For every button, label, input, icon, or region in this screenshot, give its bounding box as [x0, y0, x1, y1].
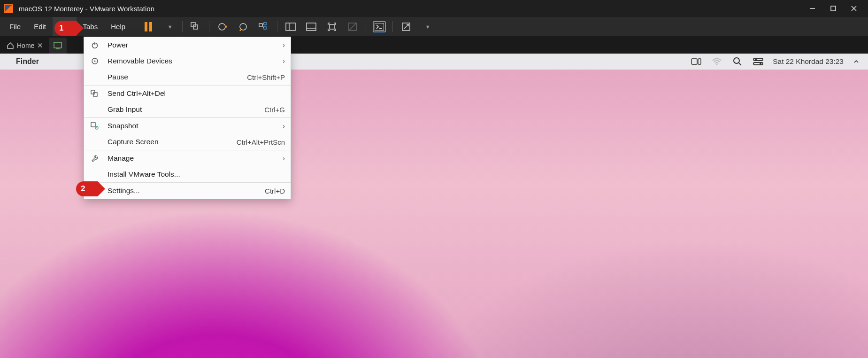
menu-item-shortcut: Ctrl+G — [264, 106, 285, 114]
scroll-up-icon[interactable] — [852, 59, 860, 64]
stretch-dropdown-button[interactable]: ▼ — [416, 19, 437, 35]
menu-manage[interactable]: Manage › — [84, 150, 291, 166]
menu-send-cad[interactable]: Send Ctrl+Alt+Del — [84, 86, 291, 101]
vm-tab-icon — [54, 42, 62, 49]
pause-vm-button[interactable] — [138, 19, 159, 35]
menu-item-label: Capture Screen — [108, 138, 229, 146]
fullscreen-icon[interactable] — [322, 19, 342, 35]
close-icon[interactable]: ✕ — [37, 41, 43, 50]
tab-label: Home — [17, 42, 34, 49]
menu-removable-devices[interactable]: Removable Devices › — [84, 53, 291, 69]
menu-capture-screen[interactable]: Capture Screen Ctrl+Alt+PrtScn — [84, 134, 291, 150]
menu-item-shortcut: Ctrl+Shift+P — [247, 73, 285, 81]
svg-marker-10 — [239, 30, 241, 31]
callout-number: 1 — [59, 23, 63, 33]
toolbar-separator — [209, 21, 209, 32]
maximize-button[interactable] — [823, 1, 844, 16]
menu-grab-input[interactable]: Grab Input Ctrl+G — [84, 101, 291, 117]
menu-edit[interactable]: Edit — [27, 17, 53, 36]
chevron-down-icon: ▼ — [168, 24, 173, 30]
snapshot-manager-button[interactable] — [253, 19, 274, 35]
send-cad-button[interactable] — [185, 19, 206, 35]
control-center-icon[interactable] — [752, 58, 764, 65]
view-side-icon[interactable] — [280, 19, 301, 35]
svg-rect-11 — [259, 23, 262, 27]
svg-rect-29 — [691, 59, 697, 64]
tab-vm[interactable] — [49, 38, 67, 54]
snapshot-revert-button[interactable] — [233, 19, 253, 35]
svg-rect-42 — [91, 90, 95, 94]
svg-rect-1 — [831, 6, 836, 11]
svg-rect-27 — [54, 42, 61, 48]
svg-rect-43 — [93, 93, 97, 96]
svg-point-37 — [760, 63, 761, 65]
toolbar-separator — [366, 21, 366, 32]
menu-power[interactable]: Power › — [84, 37, 291, 53]
svg-line-22 — [349, 23, 356, 31]
svg-rect-44 — [91, 123, 95, 127]
svg-point-6 — [219, 23, 225, 30]
wifi-icon[interactable] — [711, 57, 723, 66]
menu-label: Edit — [34, 23, 46, 31]
vmware-app-icon — [4, 4, 13, 13]
menu-item-label: Pause — [108, 73, 239, 81]
spotlight-icon[interactable] — [731, 57, 744, 66]
svg-point-9 — [240, 23, 246, 30]
toolbar-separator — [135, 21, 135, 32]
mac-app-name[interactable]: Finder — [16, 57, 39, 66]
menu-label: Help — [111, 23, 125, 31]
svg-rect-16 — [286, 23, 295, 31]
svg-rect-13 — [264, 27, 266, 29]
minimize-button[interactable] — [802, 1, 823, 16]
submenu-arrow-icon: › — [283, 41, 285, 49]
svg-line-33 — [739, 63, 741, 65]
callout-1: 1 — [54, 21, 76, 36]
toolbar-separator — [277, 21, 277, 32]
menu-settings[interactable]: Settings... Ctrl+D — [84, 183, 291, 199]
home-icon — [7, 42, 14, 49]
stretch-button[interactable] — [396, 19, 416, 35]
menu-item-label: Grab Input — [108, 105, 257, 114]
menu-install-vmware-tools[interactable]: Install VMware Tools... — [84, 166, 291, 182]
console-view-button[interactable] — [369, 19, 390, 35]
menu-item-label: Snapshot — [108, 122, 275, 130]
window-title: macOS 12 Monterey - VMware Workstation — [19, 5, 154, 13]
menu-item-shortcut: Ctrl+D — [265, 187, 285, 195]
callout-number: 2 — [81, 184, 85, 194]
console-icon — [373, 21, 386, 32]
unity-disabled-icon — [342, 19, 363, 35]
svg-point-41 — [94, 61, 96, 62]
close-button[interactable] — [844, 1, 864, 16]
svg-rect-30 — [698, 59, 701, 64]
menu-item-label: Manage — [108, 154, 275, 163]
toolbar-separator — [182, 21, 183, 32]
disc-icon — [90, 57, 100, 65]
snapshot-icon — [90, 122, 100, 130]
submenu-arrow-icon: › — [283, 155, 285, 162]
menu-file[interactable]: File — [3, 17, 27, 36]
svg-rect-23 — [375, 23, 384, 31]
chevron-down-icon: ▼ — [425, 24, 430, 30]
titlebar: macOS 12 Monterey - VMware Workstation — [0, 0, 868, 17]
callout-2: 2 — [76, 181, 98, 196]
stage-manager-icon[interactable] — [690, 57, 702, 66]
menu-help[interactable]: Help — [104, 17, 132, 36]
svg-rect-12 — [264, 23, 266, 25]
pause-dropdown-button[interactable]: ▼ — [159, 19, 179, 35]
menu-snapshot[interactable]: Snapshot › — [84, 118, 291, 134]
svg-rect-18 — [307, 23, 316, 31]
view-bottom-icon[interactable] — [301, 19, 322, 35]
svg-line-26 — [404, 24, 408, 29]
vm-context-menu: Power › Removable Devices › Pause Ctrl+S… — [84, 37, 291, 199]
send-keys-icon — [90, 90, 100, 97]
menu-item-label: Settings... — [108, 187, 257, 195]
menu-pause[interactable]: Pause Ctrl+Shift+P — [84, 69, 291, 85]
submenu-arrow-icon: › — [283, 57, 285, 65]
mac-clock[interactable]: Sat 22 Khordad 23:23 — [773, 57, 844, 66]
snapshot-take-button[interactable] — [212, 19, 233, 35]
svg-point-35 — [755, 59, 757, 61]
menu-item-shortcut: Ctrl+Alt+PrtScn — [237, 138, 285, 146]
tab-home[interactable]: Home ✕ — [2, 38, 48, 54]
toolbar-separator — [392, 21, 393, 32]
svg-point-31 — [716, 64, 718, 65]
